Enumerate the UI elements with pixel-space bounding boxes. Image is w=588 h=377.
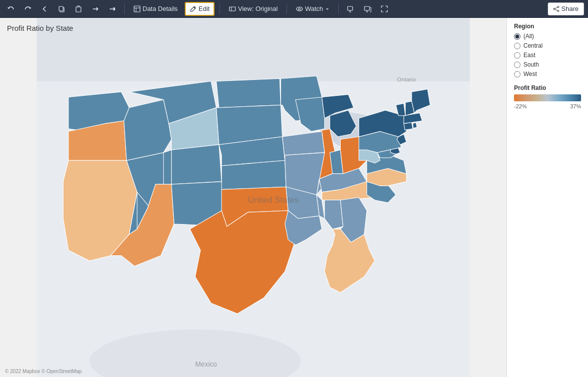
back-button[interactable] — [38, 2, 52, 16]
chart-title: Profit Ratio by State — [7, 24, 73, 32]
region-option-east[interactable]: East — [514, 52, 581, 59]
region-label-east: East — [523, 52, 535, 59]
legend-max-label: 37% — [570, 103, 581, 109]
edit-button[interactable]: Edit — [185, 2, 215, 16]
watch-button[interactable]: Watch — [292, 2, 333, 16]
divider-1 — [124, 3, 125, 14]
svg-point-5 — [296, 7, 302, 11]
region-option-central[interactable]: Central — [514, 42, 581, 49]
region-option-west[interactable]: West — [514, 71, 581, 77]
legend-min-label: -22% — [514, 103, 527, 109]
map-container: Ontario Mexico United States — [0, 18, 507, 377]
region-label-central: Central — [523, 42, 543, 49]
region-label-south: South — [523, 61, 539, 68]
footer: © 2022 Mapbox © OpenStreetMap — [5, 369, 81, 374]
state-nd — [217, 78, 281, 107]
region-radio-central[interactable] — [514, 43, 520, 49]
map-area[interactable]: Profit Ratio by State — [0, 18, 507, 377]
state-ri — [413, 123, 417, 129]
region-option-south[interactable]: South — [514, 61, 581, 68]
svg-point-11 — [554, 8, 555, 9]
region-radio-all[interactable] — [514, 33, 520, 40]
state-id — [124, 100, 172, 160]
copy-button[interactable] — [55, 2, 69, 16]
edit-label: Edit — [199, 5, 210, 12]
region-label-west: West — [523, 71, 537, 77]
region-radio-west[interactable] — [514, 71, 520, 77]
region-radio-south[interactable] — [514, 62, 520, 68]
profit-ratio-legend: Profit Ratio -22% 37% — [514, 84, 581, 109]
main-content: Profit Ratio by State — [0, 18, 588, 377]
redo-button[interactable] — [21, 2, 35, 16]
svg-rect-8 — [365, 6, 369, 10]
region-filter: Region (All) Central East South — [514, 23, 581, 77]
svg-rect-3 — [134, 6, 140, 12]
svg-rect-1 — [59, 6, 63, 11]
divider-2 — [220, 3, 220, 14]
view-original-label: View: Original — [238, 5, 278, 12]
share-button[interactable]: Share — [548, 2, 584, 15]
us-label: United States — [248, 195, 298, 205]
view-original-button[interactable]: View: Original — [225, 2, 282, 16]
more-arrow-button[interactable] — [105, 2, 119, 16]
divider-3 — [287, 3, 287, 14]
svg-rect-4 — [229, 7, 235, 11]
region-filter-title: Region — [514, 23, 581, 30]
undo-button[interactable] — [4, 2, 18, 16]
svg-rect-13 — [37, 18, 470, 81]
legend-labels: -22% 37% — [514, 103, 581, 109]
mexico-label: Mexico — [195, 360, 217, 368]
svg-rect-2 — [76, 7, 81, 12]
region-option-all[interactable]: (All) — [514, 33, 581, 40]
data-details-button[interactable]: Data Details — [130, 2, 182, 16]
data-details-label: Data Details — [143, 5, 178, 12]
legend-gradient-bar — [514, 94, 581, 101]
region-radio-group: (All) Central East South West — [514, 33, 581, 77]
divider-4 — [338, 3, 339, 14]
svg-point-9 — [558, 6, 559, 7]
ontario-label: Ontario — [397, 76, 416, 82]
present-button-2[interactable] — [361, 2, 374, 16]
fullscreen-button[interactable] — [377, 2, 391, 16]
svg-point-10 — [558, 10, 559, 11]
toolbar: Data Details Edit View: Original Watch S… — [0, 0, 588, 18]
svg-point-6 — [298, 8, 300, 10]
present-button-1[interactable] — [344, 2, 358, 16]
state-co — [171, 145, 221, 184]
region-label-all: (All) — [523, 33, 534, 40]
state-ks — [221, 160, 286, 189]
legend-title: Profit Ratio — [514, 84, 581, 91]
svg-rect-7 — [348, 6, 353, 10]
arrow-button[interactable] — [88, 2, 102, 16]
region-radio-east[interactable] — [514, 52, 520, 59]
right-panel: Region (All) Central East South — [507, 18, 588, 377]
paste-button[interactable] — [72, 2, 85, 16]
share-label: Share — [561, 5, 579, 12]
watch-label: Watch — [305, 5, 323, 12]
